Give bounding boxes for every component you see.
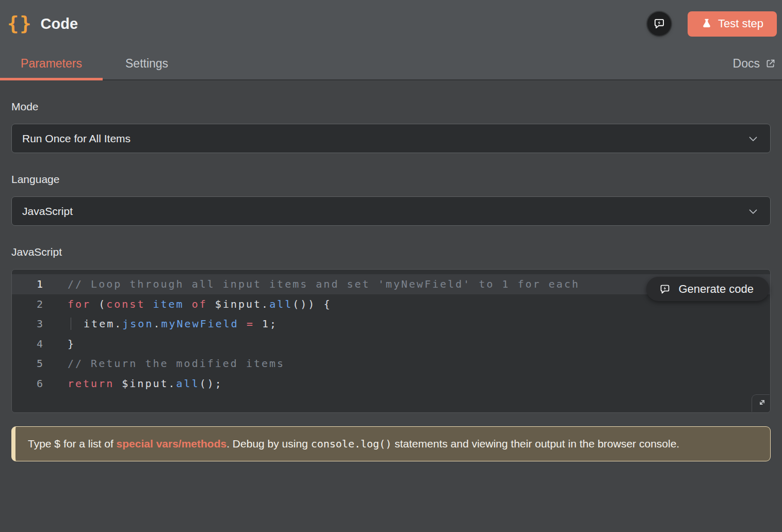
code-token: [71, 318, 84, 330]
external-link-icon: [765, 58, 776, 69]
docs-label: Docs: [733, 57, 760, 71]
hint-segment: Type $ for a list of: [28, 438, 117, 450]
node-header: {} Code Test step Parameters Settings: [0, 0, 782, 80]
line-number: 5: [12, 354, 43, 374]
code-token: .: [153, 318, 161, 330]
hint-segment: console.log(): [311, 438, 392, 450]
language-value: JavaScript: [22, 205, 746, 218]
line-number: 3: [12, 314, 43, 334]
ai-assistant-button[interactable]: [647, 12, 671, 36]
special-vars-link[interactable]: special vars/methods: [117, 438, 227, 450]
hint-message: Type $ for a list of special vars/method…: [28, 438, 679, 450]
page-title: Code: [41, 15, 647, 32]
code-token: $input.: [207, 298, 269, 310]
code-token: [145, 298, 153, 310]
code-token: all: [176, 377, 200, 390]
tab-parameters-label: Parameters: [21, 57, 82, 71]
code-field-label: JavaScript: [11, 246, 771, 258]
mode-label: Mode: [11, 101, 771, 113]
tab-parameters[interactable]: Parameters: [0, 47, 103, 79]
line-content: }: [43, 334, 75, 354]
code-token: =: [247, 318, 254, 330]
line-content: for (const item of $input.all()) {: [43, 294, 331, 314]
line-content: return $input.all();: [43, 374, 223, 394]
expand-editor-button[interactable]: [752, 394, 770, 412]
code-token: // Loop through all input items and set …: [68, 278, 580, 290]
chevron-down-icon: [746, 205, 760, 218]
code-token: ()) {: [292, 298, 331, 310]
line-content: // Return the modified items: [43, 354, 285, 374]
flask-icon: [701, 18, 712, 29]
tab-settings-label: Settings: [125, 57, 168, 71]
code-token: const: [106, 298, 145, 310]
code-token: (: [91, 298, 106, 310]
code-line[interactable]: 6return $input.all();: [12, 374, 770, 394]
code-token: // Return the modified items: [68, 357, 285, 370]
code-token: return: [68, 377, 114, 390]
code-token: all: [269, 298, 292, 310]
code-line[interactable]: 4}: [12, 334, 770, 354]
line-number: 2: [12, 294, 43, 314]
hint-callout: Type $ for a list of special vars/method…: [11, 426, 771, 461]
code-token: [239, 318, 247, 330]
parameters-panel: Mode Run Once for All Items Language Jav…: [0, 101, 782, 461]
code-token: }: [68, 338, 75, 350]
curly-braces-icon: {}: [7, 14, 32, 34]
code-token: [184, 298, 192, 310]
generate-code-label: Generate code: [678, 282, 754, 296]
code-token: ();: [200, 377, 223, 390]
tab-settings[interactable]: Settings: [103, 47, 191, 79]
test-step-button[interactable]: Test step: [688, 11, 777, 37]
code-editor-wrap: 1// Loop through all input items and set…: [11, 269, 771, 413]
title-row: {} Code Test step: [0, 0, 782, 47]
code-token: for: [68, 298, 91, 310]
mode-select[interactable]: Run Once for All Items: [11, 124, 771, 153]
language-select[interactable]: JavaScript: [11, 196, 771, 226]
line-content: // Loop through all input items and set …: [43, 274, 580, 294]
line-content: item.json.myNewField = 1;: [43, 314, 278, 334]
generate-code-button[interactable]: Generate code: [646, 277, 769, 301]
docs-link[interactable]: Docs: [727, 47, 782, 79]
code-line[interactable]: 5// Return the modified items: [12, 354, 770, 374]
hint-segment: . Debug by using: [226, 438, 311, 450]
chat-lightning-icon: [659, 283, 671, 295]
test-step-label: Test step: [718, 17, 763, 30]
line-number: 6: [12, 374, 43, 394]
code-token: of: [192, 298, 207, 310]
chevron-down-icon: [746, 132, 760, 145]
code-token: myNewField: [161, 318, 238, 330]
code-token: json: [122, 318, 153, 330]
line-number: 4: [12, 334, 43, 354]
code-token: 1;: [254, 318, 278, 330]
code-token: item.: [84, 318, 122, 330]
code-token: item: [153, 298, 184, 310]
expand-icon: [756, 398, 766, 408]
language-label: Language: [11, 173, 771, 186]
mode-value: Run Once for All Items: [22, 132, 746, 145]
code-line[interactable]: 3 item.json.myNewField = 1;: [12, 314, 770, 334]
code-token: $input.: [114, 377, 176, 390]
chat-lightning-icon: [653, 17, 666, 30]
tabs: Parameters Settings Docs: [0, 47, 782, 79]
line-number: 1: [12, 274, 43, 294]
hint-segment: statements and viewing their output in t…: [392, 438, 679, 450]
